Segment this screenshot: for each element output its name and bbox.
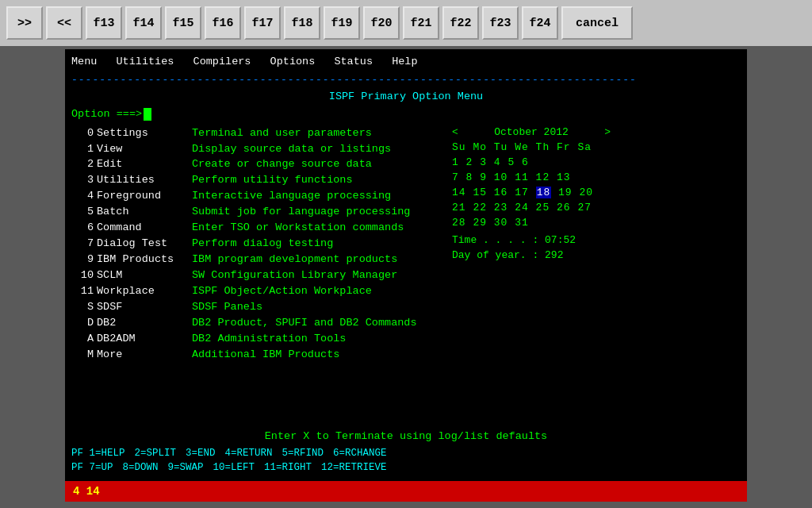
menu-row-9[interactable]: 9 IBM Products IBM program development p… [71, 252, 452, 267]
menu-item-options[interactable]: Options [270, 56, 316, 67]
pf10[interactable]: 10=LEFT [213, 460, 255, 475]
menu-item-desc: SW Configuration Library Manager [192, 267, 397, 283]
menu-item-desc: Terminal and user parameters [192, 125, 372, 141]
menu-item-name: DB2ADM [97, 331, 192, 347]
cal-week-row: 21 22 23 24 25 26 27 [452, 201, 611, 216]
option-prompt: Option ===> [71, 106, 741, 122]
pf6[interactable]: 6=RCHANGE [333, 446, 387, 460]
menu-item-name: Edit [97, 156, 192, 172]
menu-row-11[interactable]: 11 Workplace ISPF Object/Action Workplac… [71, 283, 452, 299]
pf4[interactable]: 4=RETURN [225, 446, 273, 460]
menu-item-status[interactable]: Status [334, 56, 373, 67]
menu-item-name: More [97, 347, 192, 363]
f16-button[interactable]: f16 [205, 6, 241, 40]
menu-num: M [71, 347, 94, 363]
terminal: Menu Utilities Compilers Options Status … [65, 49, 747, 502]
menu-row-m[interactable]: M More Additional IBM Products [71, 347, 452, 363]
cancel-button[interactable]: cancel [561, 6, 633, 40]
f22-button[interactable]: f22 [442, 6, 479, 40]
menu-num: 6 [71, 220, 94, 236]
content-area: 0 Settings Terminal and user parameters … [71, 125, 741, 364]
menu-row-5[interactable]: 5 Batch Submit job for language processi… [71, 204, 452, 220]
f18-button[interactable]: f18 [284, 6, 320, 40]
menu-row-s[interactable]: S SDSF SDSF Panels [71, 299, 452, 315]
menu-item-utilities[interactable]: Utilities [117, 56, 174, 67]
menu-num: 5 [71, 204, 94, 220]
calendar-title: October 2012 [494, 125, 569, 140]
f15-button[interactable]: f15 [165, 6, 201, 40]
menu-item-help[interactable]: Help [392, 56, 417, 67]
menu-item-name: Command [97, 220, 192, 236]
menu-row-3[interactable]: 3 Utilities Perform utility functions [71, 172, 452, 188]
calendar: < October 2012 > Su Mo Tu We Th Fr Sa 1 … [452, 125, 611, 364]
menu-item-desc: SDSF Panels [192, 299, 262, 315]
pf5[interactable]: 5=RFIND [282, 446, 324, 460]
menu-num: 9 [71, 252, 94, 267]
f17-button[interactable]: f17 [244, 6, 281, 40]
menu-item-name: SDSF [97, 299, 192, 315]
nav-back-button[interactable]: << [46, 6, 82, 40]
menu-row-10[interactable]: 10 SCLM SW Configuration Library Manager [71, 267, 452, 283]
status-bar: 4 14 [65, 481, 747, 502]
menu-row-2[interactable]: 2 Edit Create or change source data [71, 156, 452, 172]
f24-button[interactable]: f24 [522, 6, 558, 40]
menu-num: 2 [71, 156, 94, 172]
menu-row-0[interactable]: 0 Settings Terminal and user parameters [71, 125, 452, 141]
menu-row-7[interactable]: 7 Dialog Test Perform dialog testing [71, 236, 452, 252]
menu-item-desc: Perform utility functions [192, 172, 353, 188]
day-row: Day of year. : 292 [452, 248, 611, 264]
pf11[interactable]: 11=RIGHT [264, 460, 312, 475]
f23-button[interactable]: f23 [482, 6, 519, 40]
toolbar: >> << f13 f14 f15 f16 f17 f18 f19 f20 f2… [0, 0, 812, 46]
cal-week-row: 14 15 16 17 18 19 20 [452, 186, 611, 201]
menu-row-6[interactable]: 6 Command Enter TSO or Workstation comma… [71, 220, 452, 236]
menu-item-desc: Interactive language processing [192, 188, 391, 204]
menu-row-d[interactable]: D DB2 DB2 Product, SPUFI and DB2 Command… [71, 315, 452, 331]
menu-num: 10 [71, 267, 94, 283]
time-row: Time . . . . : 07:52 [452, 233, 611, 248]
calendar-prev[interactable]: < [452, 125, 458, 140]
time-label: Time . . . . : [452, 234, 538, 246]
calendar-nav: < October 2012 > [452, 125, 611, 140]
f14-button[interactable]: f14 [125, 6, 162, 40]
cal-week-row: 28 29 30 31 [452, 216, 611, 231]
f19-button[interactable]: f19 [324, 6, 360, 40]
menu-num: 0 [71, 125, 94, 141]
menu-num: 4 [71, 188, 94, 204]
calendar-days-header: Su Mo Tu We Th Fr Sa [452, 140, 611, 156]
terminal-wrapper: Menu Utilities Compilers Options Status … [0, 46, 812, 508]
menu-row-a[interactable]: A DB2ADM DB2 Administration Tools [71, 331, 452, 347]
pf7[interactable]: PF 7=UP [71, 460, 113, 475]
pf-line-1: PF 1=HELP 2=SPLIT 3=END 4=RETURN 5=RFIND… [71, 446, 741, 460]
f21-button[interactable]: f21 [403, 6, 439, 40]
menu-row-1[interactable]: 1 View Display source data or listings [71, 141, 452, 157]
cursor [144, 108, 151, 121]
pf1[interactable]: PF 1=HELP [71, 446, 125, 460]
pf8[interactable]: 8=DOWN [123, 460, 159, 475]
pf2[interactable]: 2=SPLIT [135, 446, 177, 460]
pf12[interactable]: 12=RETRIEVE [321, 460, 387, 475]
menu-item-desc: Perform dialog testing [192, 236, 333, 252]
time-value: 07:52 [545, 234, 576, 246]
menu-item-desc: DB2 Administration Tools [192, 331, 346, 347]
menu-item-name: Settings [97, 125, 192, 141]
menu-num: D [71, 315, 94, 331]
menu-item-name: Dialog Test [97, 236, 192, 252]
calendar-next[interactable]: > [604, 125, 611, 140]
menu-item-name: Batch [97, 204, 192, 220]
menu-item-compilers[interactable]: Compilers [193, 56, 251, 67]
menu-bar: Menu Utilities Compilers Options Status … [71, 52, 741, 71]
menu-num: 1 [71, 141, 94, 157]
menu-item-name: SCLM [97, 267, 192, 283]
menu-item-menu[interactable]: Menu [71, 56, 97, 67]
menu-row-4[interactable]: 4 Foreground Interactive language proces… [71, 188, 452, 204]
pf9[interactable]: 9=SWAP [168, 460, 204, 475]
f20-button[interactable]: f20 [363, 6, 400, 40]
menu-num: S [71, 299, 94, 315]
f13-button[interactable]: f13 [86, 6, 122, 40]
pf3[interactable]: 3=END [186, 446, 216, 460]
menu-item-name: Utilities [97, 172, 192, 188]
menu-item-desc: Create or change source data [192, 156, 372, 172]
nav-forward-button[interactable]: >> [6, 6, 43, 40]
menu-item-desc: Additional IBM Products [192, 347, 339, 363]
